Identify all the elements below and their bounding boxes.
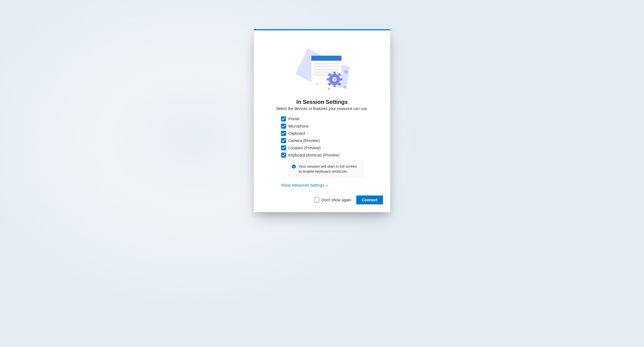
checkbox-microphone[interactable] xyxy=(281,124,286,129)
svg-rect-13 xyxy=(340,78,342,80)
svg-rect-10 xyxy=(333,72,336,74)
options-list: Printer Microphone Clipboard Camera (Pre… xyxy=(254,116,390,178)
checkbox-printer[interactable] xyxy=(281,116,286,121)
info-box: i Your session will start in full screen… xyxy=(288,160,363,178)
info-icon: i xyxy=(292,165,296,168)
option-label: Microphone xyxy=(288,124,309,128)
connect-button[interactable]: Connect xyxy=(356,196,383,204)
dialog-footer: Don't show again Connect xyxy=(254,188,390,204)
option-label: Camera (Preview) xyxy=(288,138,320,143)
svg-rect-5 xyxy=(314,66,339,67)
checkbox-camera[interactable] xyxy=(281,138,286,143)
svg-rect-4 xyxy=(314,63,339,64)
option-label: Clipboard xyxy=(288,131,305,136)
option-location: Location (Preview) xyxy=(281,145,363,150)
dialog-subtitle: Select the devices or features your reso… xyxy=(265,106,379,111)
checkbox-location[interactable] xyxy=(281,145,286,150)
option-label: Printer xyxy=(288,117,300,121)
svg-rect-12 xyxy=(327,78,330,80)
option-camera: Camera (Preview) xyxy=(281,138,363,143)
option-label: Location (Preview) xyxy=(288,146,321,150)
session-settings-dialog: In Session Settings Select the devices o… xyxy=(254,29,390,212)
chevron-down-icon xyxy=(325,183,328,187)
svg-point-19 xyxy=(333,78,336,81)
option-printer: Printer xyxy=(281,116,363,121)
option-clipboard: Clipboard xyxy=(281,131,363,136)
checkbox-keyboard-shortcuts[interactable] xyxy=(281,153,286,158)
option-label: Keyboard shortcuts (Preview) xyxy=(288,153,340,157)
svg-rect-3 xyxy=(311,56,341,61)
dialog-title: In Session Settings xyxy=(265,99,379,105)
advanced-link-label: Show Advanced Settings xyxy=(281,183,324,187)
dont-show-again[interactable]: Don't show again xyxy=(314,197,351,202)
option-keyboard-shortcuts: Keyboard shortcuts (Preview) xyxy=(281,153,363,158)
svg-rect-6 xyxy=(314,69,339,70)
checkbox-dont-show[interactable] xyxy=(314,197,319,202)
info-text: Your session will start in full screen t… xyxy=(299,164,358,174)
checkbox-clipboard[interactable] xyxy=(281,131,286,136)
show-advanced-settings-link[interactable]: Show Advanced Settings xyxy=(281,183,328,187)
option-microphone: Microphone xyxy=(281,124,363,129)
dont-show-label: Don't show again xyxy=(321,198,351,202)
svg-rect-11 xyxy=(333,84,336,87)
illustration xyxy=(254,30,390,99)
